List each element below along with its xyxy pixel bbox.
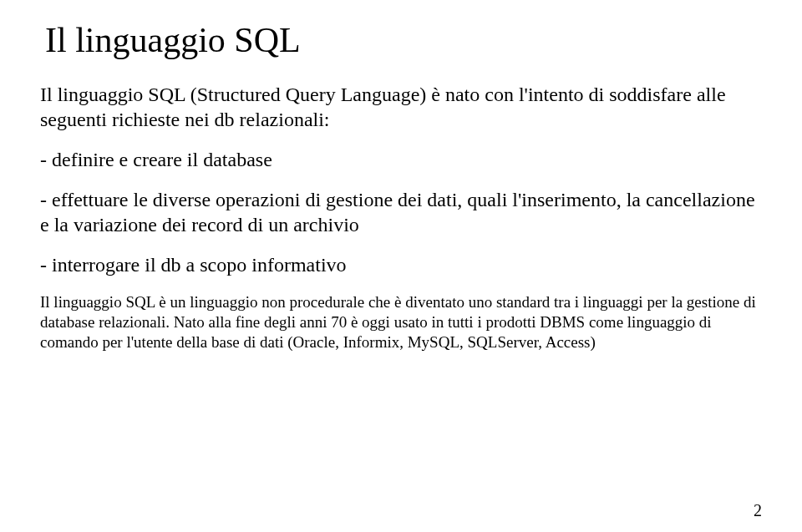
intro-paragraph: Il linguaggio SQL (Structured Query Lang… [40,82,762,132]
bullet-item: - effettuare le diverse operazioni di ge… [40,187,762,237]
bullet-item: - interrogare il db a scopo informativo [40,252,762,277]
page-number: 2 [754,501,762,520]
footer-paragraph: Il linguaggio SQL è un linguaggio non pr… [40,292,762,352]
intro-text: Il linguaggio SQL (Structured Query Lang… [40,84,726,130]
bullet-item: - definire e creare il database [40,147,762,172]
slide-title: Il linguaggio SQL [45,20,762,60]
